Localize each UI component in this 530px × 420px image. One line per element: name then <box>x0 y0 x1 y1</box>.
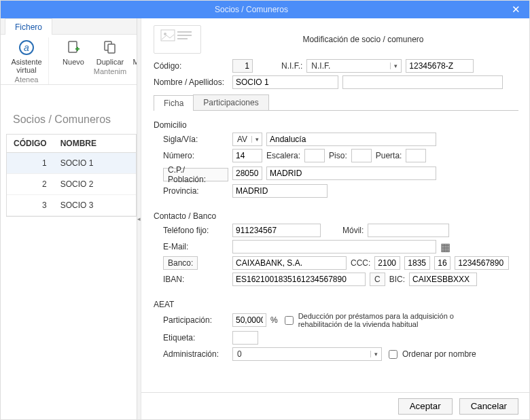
nombre-input[interactable] <box>232 75 338 89</box>
movil-input[interactable] <box>368 224 449 237</box>
email-label: E-Mail: <box>154 242 228 251</box>
tab-participaciones[interactable]: Participaciones <box>193 94 268 110</box>
numero-input[interactable] <box>232 149 262 162</box>
contacto-title: Contacto / Banco <box>154 211 518 221</box>
inner-tabs: Ficha Participaciones <box>154 94 518 111</box>
new-icon <box>65 39 82 56</box>
svg-point-9 <box>164 33 166 35</box>
bic-input[interactable] <box>409 273 477 286</box>
sigla-label: Sigla/Vía: <box>154 135 228 144</box>
participacion-input[interactable] <box>232 313 266 327</box>
telefono-input[interactable] <box>232 224 321 237</box>
sigla-select[interactable]: AV▾ <box>232 133 262 146</box>
panel-heading: Modificación de socio / comunero <box>208 35 518 44</box>
duplicate-icon <box>101 39 119 56</box>
deduccion-checkbox[interactable] <box>285 316 294 325</box>
deduccion-label: Deducción por préstamos para la adquisic… <box>298 312 486 328</box>
ordenar-label: Ordenar por nombre <box>402 349 476 359</box>
iban-calc-button[interactable]: C <box>370 273 385 286</box>
page-title: Socios / Comuneros <box>13 113 111 126</box>
edit-panel: ◂ Modificación de socio / comunero Códig… <box>137 18 529 419</box>
domicilio-title: Domicilio <box>154 120 518 130</box>
table-row[interactable]: 3 SOCIO 3 <box>7 195 136 216</box>
svg-rect-6 <box>108 44 115 53</box>
ccc2-input[interactable] <box>404 256 430 270</box>
escalera-label: Escalera: <box>266 151 300 160</box>
email-input[interactable] <box>232 240 436 253</box>
provincia-input[interactable] <box>232 184 328 198</box>
col-nombre[interactable]: NOMBRE <box>54 135 136 153</box>
iban-label: IBAN: <box>154 275 228 284</box>
etiqueta-label: Etiqueta: <box>154 333 228 343</box>
window-title: Socios / Comuneros <box>1 5 502 14</box>
piso-input[interactable] <box>351 149 372 162</box>
aceptar-button[interactable]: Aceptar <box>398 398 453 415</box>
close-icon[interactable]: ✕ <box>502 1 529 18</box>
cp-button[interactable]: C.P./ Población: <box>163 168 228 181</box>
piso-label: Piso: <box>329 151 347 160</box>
ordenar-checkbox[interactable] <box>389 350 398 359</box>
banco-input[interactable] <box>232 256 347 270</box>
etiqueta-input[interactable] <box>232 331 258 345</box>
puerta-input[interactable] <box>406 149 426 162</box>
asistente-virtual-button[interactable]: a Asistente virtual <box>9 37 44 74</box>
ccc3-input[interactable] <box>434 256 450 270</box>
table-row[interactable]: 1 SOCIO 1 <box>7 153 136 174</box>
escalera-input[interactable] <box>304 149 325 162</box>
telefono-label: Teléfono fijo: <box>154 226 228 235</box>
participacion-label: Participación: <box>154 315 228 325</box>
provincia-label: Provincia: <box>154 186 228 196</box>
socios-table: CÓDIGO NOMBRE 1 SOCIO 1 2 SOCIO 2 3 SOCI… <box>6 134 137 217</box>
col-codigo[interactable]: CÓDIGO <box>7 135 54 153</box>
apellidos-input[interactable] <box>342 75 503 89</box>
tab-ficha[interactable]: Ficha <box>154 95 194 111</box>
ccc-label: CCC: <box>351 258 370 268</box>
assistant-icon: a <box>18 39 35 56</box>
svg-rect-8 <box>161 30 175 41</box>
chevron-down-icon: ▾ <box>390 63 401 69</box>
ribbon-group-label: Mantenim <box>94 66 126 77</box>
svg-text:a: a <box>24 42 29 53</box>
dialog-footer: Aceptar Cancelar <box>141 392 529 419</box>
menu-fichero[interactable]: Fichero <box>5 18 52 35</box>
via-input[interactable] <box>266 133 436 146</box>
pct-label: % <box>270 315 278 325</box>
cp-input[interactable] <box>232 167 262 180</box>
thumbnail-placeholder <box>154 25 201 54</box>
ccc1-input[interactable] <box>374 256 400 270</box>
nombre-label: Nombre / Apellidos: <box>154 77 228 87</box>
chevron-down-icon: ▾ <box>370 351 381 357</box>
puerta-label: Puerta: <box>376 151 402 160</box>
nuevo-button[interactable]: Nuevo <box>56 37 91 66</box>
svg-rect-2 <box>69 41 77 52</box>
administracion-label: Administración: <box>154 349 228 359</box>
bic-label: BIC: <box>389 275 405 284</box>
nif-label: N.I.F.: <box>281 61 302 71</box>
banco-button[interactable]: Banco: <box>163 256 198 270</box>
nif-type-select[interactable]: N.I.F.▾ <box>306 59 402 73</box>
window-titlebar: Socios / Comuneros ✕ <box>1 1 529 18</box>
poblacion-input[interactable] <box>266 167 436 180</box>
numero-label: Número: <box>154 151 228 160</box>
cancelar-button[interactable]: Cancelar <box>459 398 518 415</box>
table-row[interactable]: 2 SOCIO 2 <box>7 174 136 195</box>
administracion-select[interactable]: 0▾ <box>232 347 382 361</box>
iban-input[interactable] <box>232 273 366 286</box>
qr-icon[interactable]: ▦ <box>440 241 450 253</box>
aeat-title: AEAT <box>154 300 518 309</box>
duplicar-button[interactable]: Duplicar <box>92 37 128 66</box>
codigo-label: Código: <box>154 61 228 71</box>
chevron-down-icon: ▾ <box>251 136 262 143</box>
codigo-input[interactable] <box>232 59 253 73</box>
movil-label: Móvil: <box>342 226 364 235</box>
ccc4-input[interactable] <box>455 256 509 270</box>
nif-input[interactable] <box>406 59 474 73</box>
ribbon-group-label: Atenea <box>15 74 39 85</box>
